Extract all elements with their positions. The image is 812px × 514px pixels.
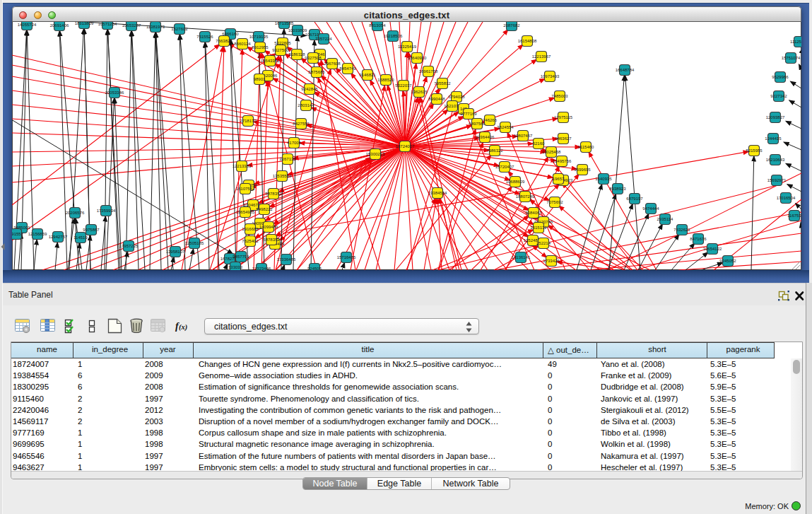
svg-text:10719135: 10719135 bbox=[249, 35, 269, 39]
svg-text:9463627: 9463627 bbox=[555, 136, 572, 141]
svg-text:(x): (x) bbox=[179, 323, 187, 332]
svg-text:7515526: 7515526 bbox=[196, 35, 213, 39]
svg-text:12213383: 12213383 bbox=[233, 164, 252, 168]
svg-text:17975115: 17975115 bbox=[554, 115, 573, 119]
svg-text:9529966: 9529966 bbox=[772, 75, 789, 79]
svg-text:10025458: 10025458 bbox=[542, 150, 561, 154]
svg-text:8813054: 8813054 bbox=[369, 23, 386, 28]
svg-text:9245052: 9245052 bbox=[719, 259, 736, 263]
svg-text:5878352: 5878352 bbox=[263, 238, 280, 242]
svg-text:18724007: 18724007 bbox=[396, 144, 415, 148]
svg-text:11325419: 11325419 bbox=[398, 45, 417, 49]
svg-text:9084067: 9084067 bbox=[525, 211, 542, 215]
svg-text:133033: 133033 bbox=[228, 265, 243, 269]
svg-text:10688609: 10688609 bbox=[506, 180, 525, 184]
svg-text:2718170: 2718170 bbox=[240, 119, 257, 123]
svg-text:10653287: 10653287 bbox=[122, 23, 141, 28]
svg-text:10807467: 10807467 bbox=[514, 134, 533, 138]
svg-text:10654122: 10654122 bbox=[703, 247, 722, 251]
svg-text:10973493: 10973493 bbox=[541, 74, 560, 78]
svg-text:417006: 417006 bbox=[287, 141, 302, 145]
svg-text:12213967: 12213967 bbox=[532, 54, 551, 59]
svg-text:391557: 391557 bbox=[12, 232, 24, 236]
svg-text:19657: 19657 bbox=[553, 177, 565, 181]
svg-text:9327508: 9327508 bbox=[305, 56, 322, 60]
svg-text:11381973: 11381973 bbox=[146, 25, 165, 29]
svg-text:20364436: 20364436 bbox=[476, 135, 495, 139]
svg-text:8990448: 8990448 bbox=[428, 97, 445, 101]
svg-text:17957225: 17957225 bbox=[119, 244, 139, 248]
svg-text:8660124: 8660124 bbox=[234, 42, 251, 46]
svg-text:15720407: 15720407 bbox=[495, 165, 514, 169]
svg-text:8454749: 8454749 bbox=[339, 66, 356, 71]
svg-text:7955812: 7955812 bbox=[434, 81, 451, 86]
svg-text:1916682: 1916682 bbox=[242, 227, 259, 231]
svg-text:17016504: 17016504 bbox=[777, 196, 796, 200]
svg-text:1733426: 1733426 bbox=[543, 259, 560, 263]
svg-text:8471676: 8471676 bbox=[690, 237, 707, 241]
svg-text:1362615: 1362615 bbox=[411, 90, 428, 94]
svg-text:2935114: 2935114 bbox=[657, 217, 674, 221]
svg-text:9777169: 9777169 bbox=[460, 112, 477, 116]
svg-text:12156859: 12156859 bbox=[28, 232, 47, 236]
svg-text:62160: 62160 bbox=[533, 141, 545, 146]
svg-text:16107562: 16107562 bbox=[236, 187, 255, 191]
svg-text:7663822: 7663822 bbox=[216, 39, 233, 43]
svg-text:5875685: 5875685 bbox=[308, 70, 325, 74]
svg-text:12942757: 12942757 bbox=[49, 235, 68, 239]
svg-text:5878352: 5878352 bbox=[265, 192, 282, 196]
svg-text:114519: 114519 bbox=[73, 235, 88, 240]
svg-text:1244415: 1244415 bbox=[765, 136, 782, 141]
svg-text:12505185: 12505185 bbox=[185, 241, 204, 245]
svg-text:20691406: 20691406 bbox=[50, 23, 69, 28]
svg-text:7625402: 7625402 bbox=[242, 239, 259, 243]
svg-text:2803144: 2803144 bbox=[298, 103, 314, 107]
svg-text:8427552: 8427552 bbox=[293, 122, 310, 126]
svg-text:13495756: 13495756 bbox=[553, 159, 572, 163]
svg-text:7485003: 7485003 bbox=[551, 94, 568, 98]
svg-text:14136141: 14136141 bbox=[512, 255, 531, 259]
svg-text:9457791: 9457791 bbox=[233, 255, 249, 259]
svg-text:9146821: 9146821 bbox=[359, 73, 376, 77]
svg-text:16648784: 16648784 bbox=[616, 68, 635, 72]
svg-text:1615132: 1615132 bbox=[530, 226, 547, 230]
svg-text:98901: 98901 bbox=[254, 77, 266, 81]
svg-text:12093827: 12093827 bbox=[766, 115, 785, 119]
svg-text:9474444: 9474444 bbox=[642, 206, 659, 211]
svg-text:8215955: 8215955 bbox=[746, 148, 763, 153]
svg-text:15716485: 15716485 bbox=[337, 255, 356, 259]
svg-text:17359934: 17359934 bbox=[97, 209, 116, 213]
svg-text:5498222: 5498222 bbox=[256, 207, 273, 211]
svg-text:9699695: 9699695 bbox=[574, 168, 591, 172]
svg-text:13535594: 13535594 bbox=[273, 174, 292, 178]
svg-text:16713585: 16713585 bbox=[275, 22, 294, 25]
svg-text:7357224: 7357224 bbox=[315, 37, 332, 41]
svg-text:8938923: 8938923 bbox=[609, 187, 626, 191]
svg-text:16154808: 16154808 bbox=[518, 39, 537, 43]
svg-text:8912955: 8912955 bbox=[252, 45, 269, 49]
svg-text:11125419: 11125419 bbox=[790, 40, 801, 44]
svg-text:19384554: 19384554 bbox=[428, 191, 447, 195]
svg-text:15692971: 15692971 bbox=[767, 178, 787, 182]
svg-text:7075692: 7075692 bbox=[546, 200, 563, 204]
svg-text:2087682: 2087682 bbox=[503, 23, 520, 28]
svg-text:7632621: 7632621 bbox=[673, 228, 690, 232]
svg-text:16961758: 16961758 bbox=[419, 69, 438, 74]
svg-text:20053346: 20053346 bbox=[105, 90, 124, 95]
svg-text:14055724: 14055724 bbox=[18, 23, 37, 27]
svg-text:19218506: 19218506 bbox=[384, 34, 403, 38]
svg-text:9975867: 9975867 bbox=[83, 228, 100, 232]
svg-text:15751074: 15751074 bbox=[782, 56, 801, 60]
svg-text:20206576: 20206576 bbox=[66, 211, 85, 215]
svg-text:18313809: 18313809 bbox=[75, 22, 94, 25]
svg-text:9227342: 9227342 bbox=[770, 94, 787, 98]
svg-text:15300213: 15300213 bbox=[366, 152, 385, 156]
svg-text:746266: 746266 bbox=[483, 118, 498, 122]
svg-text:9115460: 9115460 bbox=[578, 145, 595, 149]
svg-text:17336485: 17336485 bbox=[277, 257, 296, 262]
svg-text:1640935: 1640935 bbox=[595, 177, 612, 181]
svg-text:19654985: 19654985 bbox=[236, 210, 255, 214]
svg-text:3267130: 3267130 bbox=[279, 157, 296, 161]
svg-text:16210643: 16210643 bbox=[766, 158, 785, 162]
svg-text:18807249: 18807249 bbox=[516, 194, 535, 199]
